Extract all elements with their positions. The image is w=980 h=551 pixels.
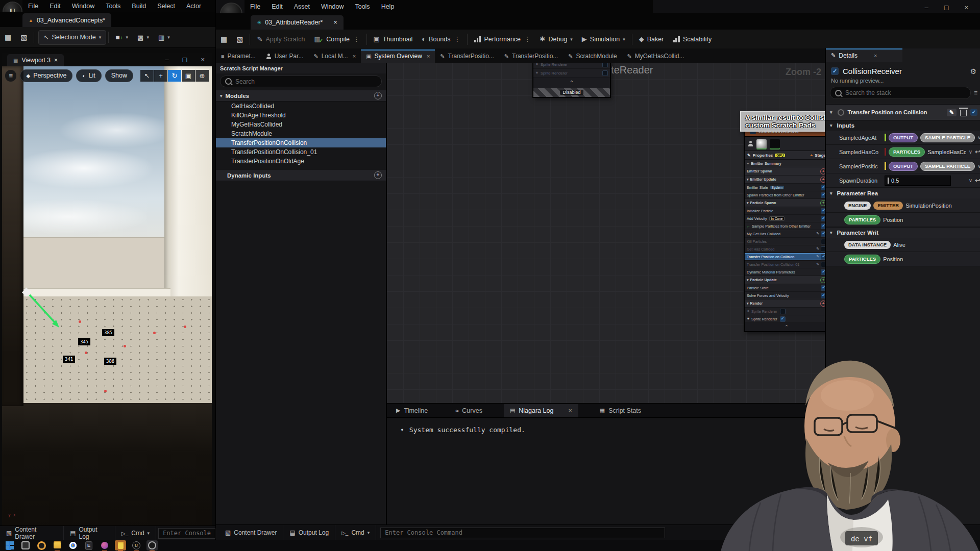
node-row-kill-particles[interactable]: Kill Particles: [745, 238, 828, 245]
inputs-section-header[interactable]: ▾Inputs: [826, 120, 980, 131]
select-tool[interactable]: ↖: [140, 70, 154, 82]
viewport-tab[interactable]: ▦ Viewport 3 ×: [7, 54, 64, 66]
value-input[interactable]: 0.5: [885, 176, 951, 186]
tab-user-par-[interactable]: User Par...: [261, 49, 309, 63]
module-item[interactable]: ScratchModule: [216, 129, 386, 138]
node-row-emitter-spawn[interactable]: Emitter Spawn+: [745, 167, 828, 176]
tab-curves[interactable]: ≈Curves: [449, 404, 488, 417]
menu-tools[interactable]: Tools: [349, 0, 375, 13]
taskbar-active-app-icon[interactable]: [115, 540, 126, 550]
browse-button[interactable]: ▧: [232, 30, 248, 48]
move-tool[interactable]: +: [154, 70, 167, 82]
module-enabled-checkbox[interactable]: ✓: [970, 109, 977, 116]
close-icon[interactable]: ×: [427, 53, 430, 59]
taskbar-capture-app-icon[interactable]: [146, 540, 158, 550]
disabled-emitter-node[interactable]: ✷Sprite Renderer✷Sprite Renderer ⌃ Disab…: [533, 63, 610, 97]
menu-asset[interactable]: Asset: [288, 0, 315, 13]
module-item[interactable]: TransferPositionOnCollision: [216, 138, 386, 147]
material-thumbnail-dark[interactable]: [770, 139, 780, 148]
row-checkbox[interactable]: [780, 309, 786, 314]
taskbar-media-app-icon[interactable]: [99, 540, 110, 550]
node-row-solve-forces-and-velocity[interactable]: Solve Forces and Velocity✓: [745, 292, 828, 299]
content-drawer-button[interactable]: ▧ Content Drawer: [219, 525, 283, 540]
row-checkbox[interactable]: ✓: [780, 316, 786, 322]
dynamic-inputs-section-header[interactable]: Dynamic Inputs +: [216, 170, 386, 181]
tab-03-attributereader[interactable]: ✳ 03_AttributeReader* ×: [251, 15, 344, 30]
taskbar-start-icon[interactable]: [4, 540, 15, 550]
menu-actor[interactable]: Actor: [181, 0, 207, 12]
thumbnail-button[interactable]: ▣Thumbnail: [369, 30, 418, 48]
menu-window[interactable]: Window: [66, 0, 100, 12]
module-item[interactable]: KillOnAgeThreshold: [216, 111, 386, 120]
tab-niagara-log[interactable]: ▤Niagara Log×: [504, 404, 578, 417]
close-button[interactable]: ×: [964, 4, 968, 11]
menu-edit[interactable]: Edit: [44, 0, 66, 12]
tab-transferpositio-[interactable]: ✎TransferPositio...: [435, 49, 499, 63]
node-row-emitter-state[interactable]: Emitter StateSystem✓: [745, 184, 828, 191]
scale-tool[interactable]: ▣: [182, 70, 195, 82]
module-item[interactable]: TransferPositionOnCollision_01: [216, 147, 386, 157]
module-item[interactable]: MyGetHasCollided: [216, 120, 386, 129]
chevron-down-icon[interactable]: ∨: [977, 163, 980, 169]
surface-snap-tool[interactable]: ⊕: [195, 70, 209, 82]
tab-mygethascollid-[interactable]: ✎MyGetHasCollid...: [622, 49, 690, 63]
node-properties-row[interactable]: ✎ Properties GPU + Stage: [745, 151, 828, 160]
node-row-particle-update[interactable]: ▾Particle Update+: [745, 276, 828, 284]
tab-scratchmodule[interactable]: ✎ScratchModule: [563, 49, 622, 63]
close-icon[interactable]: ×: [353, 53, 356, 59]
node-collapse-button[interactable]: ⌃: [745, 323, 828, 331]
stack-module-header[interactable]: ▾ Transfer Position on Collision ✎ ✓: [826, 104, 980, 120]
parameter-writes-header[interactable]: ▾Parameter Writ: [826, 227, 980, 238]
node-row-emitter-summary[interactable]: ≡Emitter Summary: [745, 160, 828, 167]
node-row-sample-particles-from-other-emitter[interactable]: ←Sample Particles from Other Emitter✓: [745, 222, 828, 230]
taskbar-chrome-icon[interactable]: [67, 540, 79, 550]
tab-timeline[interactable]: ▶Timeline: [390, 404, 434, 417]
more-options-icon[interactable]: ⋮: [454, 35, 460, 43]
details-tab[interactable]: ✎ Details ×: [826, 48, 902, 62]
emitter-enabled-checkbox[interactable]: ✓: [831, 67, 839, 75]
close-icon[interactable]: ×: [54, 57, 58, 64]
collision-receiver-node[interactable]: ✓ CollisionReceiver ✎ Properties GPU + S…: [744, 126, 829, 332]
modules-section-header[interactable]: ▾ Modules +: [216, 90, 386, 102]
viewport-menu-button[interactable]: ≡: [5, 70, 16, 82]
console-input[interactable]: Enter Console Command: [380, 528, 665, 538]
tab-transferpositio-[interactable]: ✎TransferPositio...: [499, 49, 563, 63]
more-options-icon[interactable]: ⋮: [524, 35, 531, 43]
close-icon[interactable]: ×: [568, 407, 572, 414]
taskbar-file-explorer-icon[interactable]: [52, 540, 63, 550]
taskbar-clock-app-icon[interactable]: [36, 540, 47, 550]
module-item[interactable]: GetHasCollided: [216, 102, 386, 111]
add-stage-button[interactable]: Stage: [815, 153, 826, 158]
stack-search-input[interactable]: Search the stack: [830, 87, 971, 99]
node-row-initialize-particle[interactable]: Initialize Particle✓: [745, 207, 828, 215]
tab-local-m-[interactable]: ✎Local M...×: [308, 49, 361, 63]
row-checkbox[interactable]: [602, 70, 608, 76]
add-actor-button[interactable]: ■+▾: [111, 27, 133, 47]
node-row-spawn-particles-from-other-emitter[interactable]: Spawn Particles from Other Emitter✓: [745, 191, 828, 199]
node-row[interactable]: ✷Sprite Renderer: [533, 69, 610, 78]
tab-03-advancedconcepts[interactable]: ▲ 03_AdvancedConcepts*: [22, 13, 111, 27]
add-module-button[interactable]: +: [374, 92, 382, 99]
menu-file[interactable]: File: [244, 0, 266, 13]
menu-file[interactable]: File: [22, 0, 44, 12]
node-row-particle-state[interactable]: Particle State✓: [745, 284, 828, 292]
chevron-down-icon[interactable]: ∨: [969, 178, 972, 183]
perspective-dropdown[interactable]: ◆ Perspective: [20, 69, 72, 82]
node-row[interactable]: ✷Sprite Renderer: [533, 63, 610, 69]
node-row-transfer-position-on-collision[interactable]: Transfer Position on Collision✎✓: [745, 253, 828, 261]
taskbar-unreal-engine-icon[interactable]: U: [131, 540, 142, 550]
scratch-icon[interactable]: ✎: [816, 232, 819, 236]
tab-paramet-[interactable]: ≡Paramet...: [216, 49, 261, 63]
filter-icon[interactable]: ≡: [974, 89, 977, 96]
node-row-emitter-update[interactable]: ▾Emitter Update+: [745, 176, 828, 184]
close-button[interactable]: ×: [201, 56, 205, 63]
scratch-pad-button[interactable]: ✎: [947, 109, 957, 116]
menu-build[interactable]: Build: [126, 0, 152, 12]
left-console-input[interactable]: Enter Console: [158, 528, 215, 539]
taskbar-task-view-icon[interactable]: [20, 540, 31, 550]
scratch-icon[interactable]: ✎: [816, 255, 819, 259]
node-row-dynamic-material-parameters[interactable]: Dynamic Material Parameters✓: [745, 268, 828, 276]
menu-edit[interactable]: Edit: [266, 0, 288, 13]
node-row-sprite-renderer[interactable]: ✷Sprite Renderer✓: [745, 315, 828, 323]
reset-icon[interactable]: ↩: [975, 148, 980, 156]
